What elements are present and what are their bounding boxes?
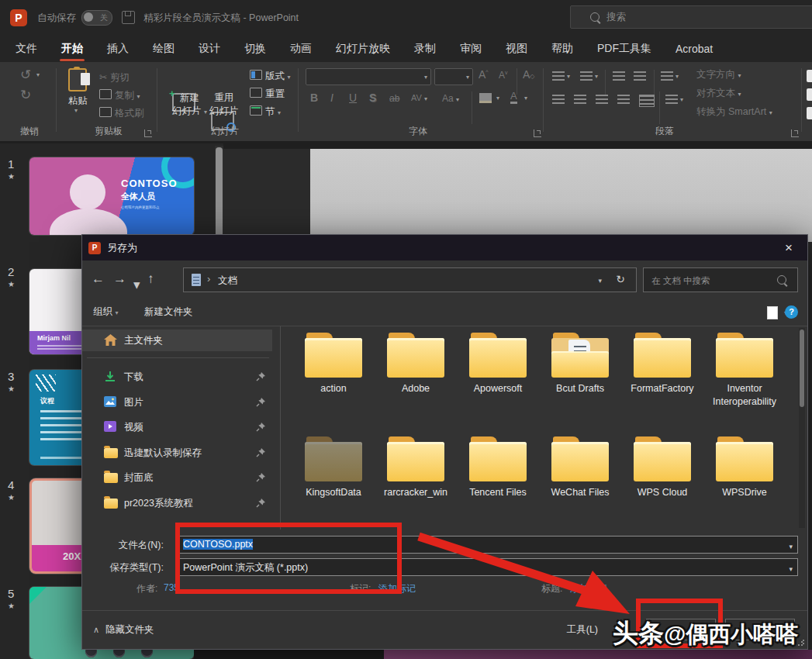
clear-formatting-button[interactable]: A◇ <box>523 68 535 81</box>
bold-button[interactable]: B <box>310 91 318 104</box>
change-case-button[interactable]: Aa ▾ <box>442 93 459 104</box>
align-text-button[interactable]: 对齐文本 ▾ <box>696 87 741 100</box>
align-right-icon[interactable] <box>596 95 608 104</box>
new-folder-button[interactable]: 新建文件夹 <box>144 305 193 319</box>
font-size-combo[interactable]: ▾ <box>434 68 473 85</box>
address-bar[interactable]: › 文档 ▾ ↻ <box>183 267 637 292</box>
distribute-icon[interactable] <box>639 95 655 107</box>
help-icon[interactable]: ? <box>785 305 798 319</box>
font-color-chevron-icon[interactable]: ▾ <box>524 95 527 102</box>
tab-帮助[interactable]: 帮助 <box>550 37 575 60</box>
align-center-icon[interactable] <box>574 95 586 104</box>
pin-icon[interactable] <box>256 498 266 510</box>
sidebar-item-视频[interactable]: 视频 <box>82 417 272 438</box>
undo-chevron-icon[interactable]: ▾ <box>36 71 40 78</box>
savetype-chevron-icon[interactable]: ▾ <box>789 565 793 573</box>
paragraph-dialog-launcher-icon[interactable] <box>791 129 799 137</box>
tab-文件[interactable]: 文件 <box>14 37 39 60</box>
justify-icon[interactable] <box>617 95 630 104</box>
tab-开始[interactable]: 开始 <box>60 37 85 60</box>
folder-WPSDrive[interactable]: WPSDrive <box>703 430 786 534</box>
highlight-color-button[interactable] <box>479 93 492 103</box>
tab-动画[interactable]: 动画 <box>289 37 313 60</box>
recent-locations-chevron-icon[interactable]: ▾ <box>133 277 140 293</box>
highlight-chevron-icon[interactable]: ▾ <box>496 95 499 102</box>
folder-FormatFactory[interactable]: FormatFactory <box>621 326 703 430</box>
sidebar-item-封面底[interactable]: 封面底 <box>82 468 272 488</box>
decrease-indent-icon[interactable] <box>613 71 625 81</box>
editing-slide-surface[interactable] <box>310 149 812 242</box>
sidebar-item-迅捷默认录制保存[interactable]: 迅捷默认录制保存 <box>82 443 272 464</box>
autosave-toggle[interactable]: 关 <box>81 10 112 26</box>
view-options-icon[interactable] <box>767 306 778 319</box>
shapes-icon[interactable] <box>807 70 812 82</box>
title-value[interactable]: 添加标题 <box>570 582 607 595</box>
clipboard-dialog-launcher-icon[interactable] <box>144 129 152 137</box>
hide-folders-button[interactable]: ∧隐藏文件夹 <box>93 623 154 637</box>
folder-Apowersoft[interactable]: Apowersoft <box>457 326 539 430</box>
increase-indent-icon[interactable] <box>634 71 646 81</box>
font-color-button[interactable]: A <box>510 91 517 104</box>
sidebar-item-home[interactable]: 主文件夹 <box>82 330 272 351</box>
breadcrumb-path[interactable]: 文档 <box>218 274 237 288</box>
pin-icon[interactable] <box>256 422 266 434</box>
folder-KingsoftData[interactable]: KingsoftData <box>292 430 375 534</box>
dialog-search-box[interactable]: 在 文档 中搜索 <box>643 267 798 292</box>
folder-Adobe[interactable]: Adobe <box>375 326 457 430</box>
grow-font-button[interactable]: A^ <box>479 68 489 81</box>
align-left-icon[interactable] <box>552 95 565 104</box>
folder-Tencent Files[interactable]: Tencent Files <box>457 430 539 534</box>
tab-视图[interactable]: 视图 <box>504 37 529 60</box>
numbering-icon[interactable] <box>580 71 593 81</box>
character-spacing-button[interactable]: AV ▾ <box>411 93 427 102</box>
font-name-combo[interactable]: ▾ <box>306 68 431 85</box>
forward-icon[interactable]: → <box>113 271 126 287</box>
address-chevron-icon[interactable]: ▾ <box>598 277 602 285</box>
quick-styles-icon[interactable] <box>807 107 812 119</box>
cut-button[interactable]: ✂ 剪切 <box>99 71 130 85</box>
italic-button[interactable]: I <box>330 91 333 104</box>
folder-action[interactable]: action <box>292 326 375 430</box>
pin-icon[interactable] <box>256 472 266 485</box>
refresh-icon[interactable]: ↻ <box>616 273 625 285</box>
tab-绘图[interactable]: 绘图 <box>151 37 176 60</box>
sidebar-item-图片[interactable]: 图片 <box>82 392 272 413</box>
ribbon-search-box[interactable]: 搜索 <box>570 5 812 29</box>
save-icon[interactable] <box>122 11 135 24</box>
section-button[interactable]: 节 ▾ <box>250 105 281 119</box>
columns-icon[interactable] <box>665 95 678 104</box>
arrange-icon[interactable] <box>807 88 812 101</box>
sidebar-item-pr2023系统教程[interactable]: pr2023系统教程 <box>82 493 272 514</box>
convert-smartart-button[interactable]: 转换为 SmartArt ▾ <box>696 105 772 119</box>
folder-WeChat Files[interactable]: WeChat Files <box>539 430 621 534</box>
tab-切换[interactable]: 切换 <box>243 37 268 60</box>
text-shadow-button[interactable]: S <box>369 91 376 104</box>
folder-Inventor Interoperability[interactable]: Inventor Interoperability <box>703 326 786 430</box>
dialog-title-bar[interactable]: P 另存为 × <box>82 235 807 260</box>
tab-PDF工具集[interactable]: PDF工具集 <box>596 37 653 60</box>
reset-button[interactable]: 重置 <box>250 88 285 101</box>
tab-审阅[interactable]: 审阅 <box>458 37 483 60</box>
tab-幻灯片放映[interactable]: 幻灯片放映 <box>334 37 392 60</box>
folder-Bcut Drafts[interactable]: Bcut Drafts <box>539 326 621 430</box>
pin-icon[interactable] <box>256 371 266 384</box>
line-spacing-icon[interactable] <box>661 71 673 81</box>
tab-设计[interactable]: 设计 <box>197 37 222 60</box>
folder-WPS Cloud[interactable]: WPS Cloud <box>621 430 703 534</box>
filename-chevron-icon[interactable]: ▾ <box>789 543 793 550</box>
strikethrough-button[interactable]: ab <box>389 93 399 104</box>
format-painter-button[interactable]: 格式刷 <box>99 107 144 120</box>
pin-icon[interactable] <box>256 397 266 409</box>
pin-icon[interactable] <box>256 447 266 460</box>
text-direction-button[interactable]: 文字方向 ▾ <box>696 68 741 81</box>
shrink-font-button[interactable]: Av <box>499 70 508 81</box>
tab-录制[interactable]: 录制 <box>413 37 437 60</box>
copy-button[interactable]: 复制 ▾ <box>99 89 140 102</box>
underline-button[interactable]: U <box>349 91 357 104</box>
back-icon[interactable]: ← <box>92 271 105 287</box>
tools-button[interactable]: 工具(L) <box>567 623 598 637</box>
folder-rarcracker_win[interactable]: rarcracker_win <box>375 430 457 534</box>
font-dialog-launcher-icon[interactable] <box>534 129 541 137</box>
slide-1-thumbnail[interactable]: CONTOSO 全体人员 公司照片内的更新和亮点 <box>29 157 194 235</box>
organize-button[interactable]: 组织 ▾ <box>93 305 119 319</box>
